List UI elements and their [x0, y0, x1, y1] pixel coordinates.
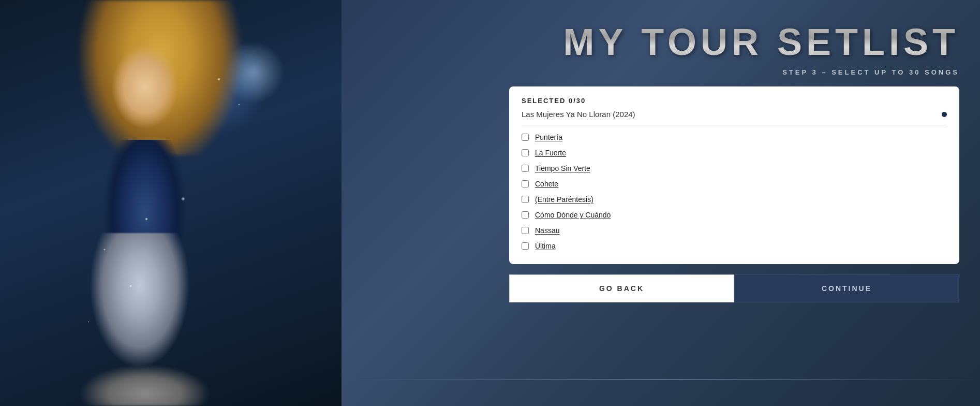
song-label-6[interactable]: Cómo Dónde y Cuándo — [535, 211, 611, 219]
song-selection-card: SELECTED 0/30 Las Mujeres Ya No Lloran (… — [509, 86, 959, 264]
step-subtitle: STEP 3 – SELECT UP TO 30 SONGS — [782, 68, 959, 76]
song-label-8[interactable]: Última — [535, 242, 556, 250]
song-label-4[interactable]: Cohete — [535, 180, 558, 188]
song-checkbox-3[interactable] — [522, 165, 529, 172]
song-label-5[interactable]: (Entre Paréntesis) — [535, 195, 593, 204]
song-label-7[interactable]: Nassau — [535, 226, 559, 235]
album-header: Las Mujeres Ya No Lloran (2024) — [522, 110, 947, 125]
song-checkbox-2[interactable] — [522, 149, 529, 156]
bottom-line — [341, 379, 980, 380]
album-title: Las Mujeres Ya No Lloran (2024) — [522, 110, 635, 119]
song-checkbox-8[interactable] — [522, 242, 529, 250]
buttons-row: GO BACK CONTINUE — [509, 274, 959, 302]
artist-image-area — [0, 0, 341, 406]
list-item[interactable]: Última — [522, 238, 947, 254]
song-checkbox-5[interactable] — [522, 196, 529, 203]
selected-count-label: SELECTED 0/30 — [522, 97, 947, 105]
continue-button[interactable]: CONTINUE — [734, 274, 959, 302]
list-item[interactable]: Cohete — [522, 176, 947, 192]
list-item[interactable]: Puntería — [522, 129, 947, 145]
song-label-3[interactable]: Tiempo Sin Verte — [535, 164, 590, 172]
song-checkbox-7[interactable] — [522, 227, 529, 234]
list-item[interactable]: (Entre Paréntesis) — [522, 192, 947, 207]
go-back-button[interactable]: GO BACK — [509, 274, 734, 302]
song-checkbox-1[interactable] — [522, 134, 529, 141]
page-title: MY TOUR SETLIST — [563, 21, 959, 63]
song-label-2[interactable]: La Fuerte — [535, 149, 566, 157]
song-checkbox-4[interactable] — [522, 180, 529, 187]
right-content-area: MY TOUR SETLIST STEP 3 – SELECT UP TO 30… — [333, 0, 980, 406]
scroll-indicator — [942, 112, 947, 117]
list-item[interactable]: Tiempo Sin Verte — [522, 161, 947, 176]
list-item[interactable]: La Fuerte — [522, 145, 947, 161]
list-item[interactable]: Cómo Dónde y Cuándo — [522, 207, 947, 223]
song-label-1[interactable]: Puntería — [535, 133, 562, 141]
songs-list: Puntería La Fuerte Tiempo Sin Verte Cohe… — [522, 129, 947, 254]
song-checkbox-6[interactable] — [522, 211, 529, 219]
list-item[interactable]: Nassau — [522, 223, 947, 238]
